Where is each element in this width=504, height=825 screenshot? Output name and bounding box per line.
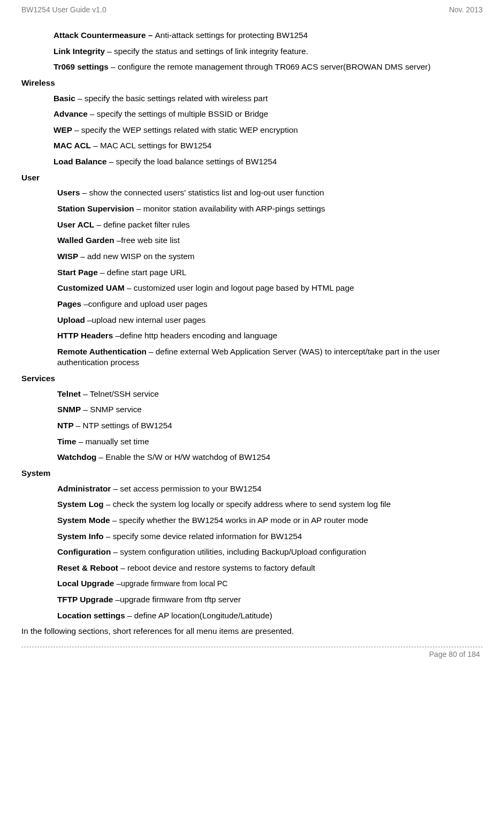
- header-left: BW1254 User Guide v1.0: [21, 5, 106, 14]
- definition-desc: –upgrade firmware from tftp server: [113, 595, 241, 604]
- definition-term: System Info: [57, 532, 104, 541]
- definition-item: Advance – specify the settings of multip…: [54, 109, 483, 120]
- definition-term: System Log: [57, 499, 104, 509]
- definition-desc: – manually set time: [76, 437, 149, 446]
- definition-item: MAC ACL – MAC ACL settings for BW1254: [54, 140, 483, 152]
- definition-term: Local Upgrade: [57, 579, 114, 588]
- definition-desc: – MAC ACL settings for BW1254: [91, 141, 212, 150]
- definition-item: Administrator – set access permission to…: [57, 483, 483, 495]
- definition-desc: – define AP location(Longitude/Latitude): [125, 611, 272, 620]
- definition-item: Reset & Reboot – reboot device and resto…: [57, 563, 483, 574]
- closing-line: In the following sections, short referen…: [21, 626, 483, 637]
- definition-desc: – define packet filter rules: [94, 220, 190, 229]
- definition-item: Users – show the connected users' statis…: [57, 187, 483, 199]
- definition-item: Load Balance – specify the load balance …: [54, 156, 483, 168]
- definition-desc: – specify the WEP settings related with …: [72, 125, 298, 134]
- definition-term: Walled Garden: [57, 236, 114, 245]
- definition-term: Load Balance: [54, 157, 106, 166]
- definition-item: Remote Authentication – define external …: [57, 346, 483, 368]
- definition-item: User ACL – define packet filter rules: [57, 220, 483, 231]
- definition-item: Telnet – Telnet/SSH service: [57, 389, 483, 400]
- definition-term: User ACL: [57, 220, 94, 229]
- definition-item: Configuration – system configuration uti…: [57, 547, 483, 558]
- definition-desc: – specify some device related informatio…: [104, 532, 302, 541]
- definition-desc: – configure the remote management throug…: [109, 62, 431, 71]
- definition-item: Start Page – define start page URL: [57, 267, 483, 278]
- definition-desc: –define http headers encoding and langua…: [113, 331, 277, 340]
- definition-desc: – check the system log locally or specif…: [104, 499, 391, 509]
- definition-desc: – specify the load balance settings of B…: [106, 157, 277, 166]
- definition-term: Remote Authentication: [57, 347, 147, 356]
- definition-term: Upload: [57, 315, 85, 324]
- definition-term: Time: [57, 437, 76, 446]
- definition-term: Basic: [54, 94, 75, 103]
- definition-item: SNMP – SNMP service: [57, 404, 483, 415]
- definition-item: System Info – specify some device relate…: [57, 531, 483, 542]
- definition-desc: – define start page URL: [98, 268, 187, 277]
- definition-desc: – system configuration utilities, includ…: [111, 547, 366, 556]
- section-heading: Wireless: [21, 78, 483, 89]
- definition-desc: –: [114, 579, 121, 588]
- page-header: BW1254 User Guide v1.0 Nov. 2013: [21, 5, 483, 14]
- definition-term: Pages: [57, 299, 81, 308]
- section-heading: User: [21, 172, 483, 184]
- definition-desc: – set access permission to your BW1254: [111, 484, 261, 493]
- definition-item: Walled Garden –free web site list: [57, 235, 483, 246]
- definition-item: Customized UAM – customized user login a…: [57, 283, 483, 294]
- definition-item: Pages –configure and upload user pages: [57, 299, 483, 310]
- definition-item: Upload –upload new internal user pages: [57, 315, 483, 326]
- page-content: Attack Countermeasure – Anti-attack sett…: [21, 30, 483, 637]
- definition-term: Customized UAM: [57, 283, 125, 292]
- definition-term: Administrator: [57, 484, 111, 493]
- definition-term: MAC ACL: [54, 141, 91, 150]
- definition-desc: – specify whether the BW1254 works in AP…: [110, 516, 368, 525]
- definition-desc: – Telnet/SSH service: [81, 389, 159, 398]
- definition-desc: –free web site list: [114, 236, 180, 245]
- definition-term: Link Integrity: [54, 47, 105, 56]
- definition-desc: – NTP settings of BW1254: [74, 421, 172, 430]
- definition-item: WISP – add new WISP on the system: [57, 251, 483, 262]
- definition-term: Tr069 settings: [54, 62, 109, 71]
- definition-item: NTP – NTP settings of BW1254: [57, 420, 483, 432]
- definition-term: Users: [57, 188, 80, 197]
- page-footer: Page 80 of 184: [21, 648, 483, 659]
- definition-item: System Mode – specify whether the BW1254…: [57, 515, 483, 526]
- definition-desc: – Enable the S/W or H/W watchdog of BW12…: [96, 452, 270, 461]
- definition-term: HTTP Headers: [57, 331, 113, 340]
- header-right: Nov. 2013: [449, 5, 483, 14]
- definition-desc: – add new WISP on the system: [78, 252, 194, 261]
- definition-item: Watchdog – Enable the S/W or H/W watchdo…: [57, 452, 483, 463]
- definition-desc: – show the connected users' statistics l…: [80, 188, 324, 197]
- definition-item: Time – manually set time: [57, 436, 483, 448]
- definition-term: WISP: [57, 252, 78, 261]
- definition-term: Watchdog: [57, 452, 96, 461]
- definition-item: Tr069 settings – configure the remote ma…: [54, 62, 483, 73]
- section-heading: Services: [21, 373, 483, 384]
- definition-desc: – customized user login and logout page …: [125, 283, 354, 292]
- definition-desc: Anti-attack settings for protecting BW12…: [155, 31, 308, 40]
- definition-desc: – monitor station availability with ARP-…: [134, 204, 325, 213]
- definition-item: Station Supervision – monitor station av…: [57, 203, 483, 215]
- definition-desc: – reboot device and restore systems to f…: [118, 563, 315, 572]
- section-heading: System: [21, 468, 483, 479]
- definition-term: Configuration: [57, 547, 111, 556]
- definition-item: HTTP Headers –define http headers encodi…: [57, 330, 483, 342]
- document-page: BW1254 User Guide v1.0 Nov. 2013 Attack …: [0, 0, 504, 669]
- definition-term: WEP: [54, 125, 72, 134]
- definition-term: Reset & Reboot: [57, 563, 118, 572]
- definition-term: Attack Countermeasure –: [54, 31, 155, 40]
- definition-desc: –configure and upload user pages: [81, 299, 208, 308]
- definition-term: Telnet: [57, 389, 81, 398]
- definition-term: TFTP Upgrade: [57, 595, 113, 604]
- definition-item: Location settings – define AP location(L…: [57, 610, 483, 622]
- definition-item: Attack Countermeasure – Anti-attack sett…: [54, 30, 483, 41]
- definition-desc: – specify the status and settings of lin…: [105, 47, 308, 56]
- definition-term: Location settings: [57, 611, 125, 620]
- definition-desc-small: upgrade firmware from local PC: [121, 579, 227, 588]
- definition-item: Link Integrity – specify the status and …: [54, 46, 483, 57]
- definition-desc: – specify the basic settings related wit…: [75, 94, 268, 103]
- definition-item: System Log – check the system log locall…: [57, 499, 483, 510]
- definition-desc: –upload new internal user pages: [85, 315, 205, 324]
- definition-term: SNMP: [57, 405, 81, 414]
- definition-term: NTP: [57, 421, 74, 430]
